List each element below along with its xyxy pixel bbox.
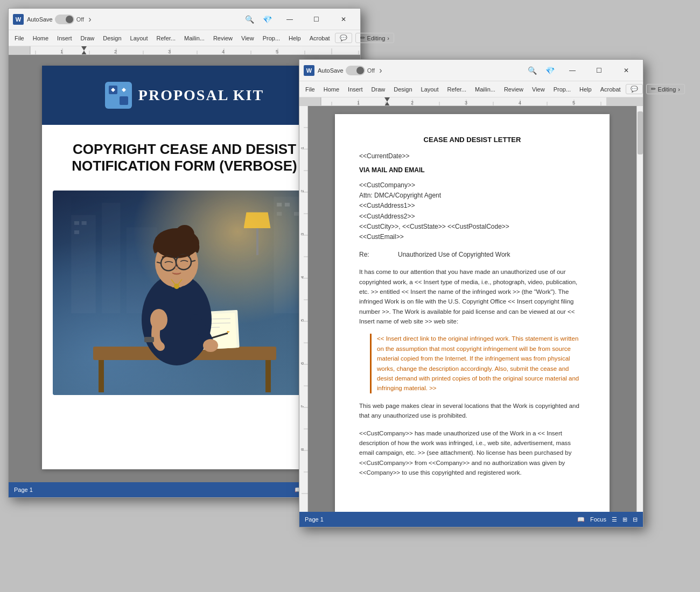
menu-home-1[interactable]: Home <box>29 33 52 43</box>
menu-insert-1[interactable]: Insert <box>53 33 76 43</box>
menu-references-1[interactable]: Refer... <box>153 33 179 43</box>
read-icon-2[interactable]: 📖 <box>577 516 585 523</box>
menu-draw-2[interactable]: Draw <box>368 84 389 94</box>
svg-text:4: 4 <box>222 49 225 54</box>
designer-button-2[interactable]: 💎 <box>542 65 558 76</box>
editing-button-1[interactable]: ✏ Editing › <box>355 33 394 43</box>
close-button-2[interactable]: ✕ <box>614 62 639 79</box>
cover-image <box>53 191 317 395</box>
layout-icon-2[interactable]: ☰ <box>612 516 617 523</box>
cover-title: COPYRIGHT CEASE AND DESIST NOTIFICATION … <box>42 125 327 185</box>
menu-mailings-2[interactable]: Mailin... <box>471 84 499 94</box>
page-scroll-area-2: CEASE AND DESIST LETTER <<CurrentDate>> … <box>308 106 636 512</box>
doc-note1: << Insert direct link to the original in… <box>370 334 585 393</box>
svg-rect-40 <box>99 360 104 392</box>
menu-view-1[interactable]: View <box>237 33 258 43</box>
svg-text:3: 3 <box>300 232 305 235</box>
autosave-label-1: AutoSave <box>27 16 53 23</box>
doc-re: Re: Unauthorized Use of Copyrighted Work <box>359 251 585 258</box>
minimize-button-2[interactable]: — <box>560 62 585 79</box>
cover-header-inner: PROPOSAL KIT <box>53 82 317 109</box>
minimize-button-1[interactable]: — <box>277 11 302 28</box>
svg-text:3: 3 <box>168 49 171 54</box>
addr-line3: <<CustAddress1>> <box>359 201 585 211</box>
close-button-1[interactable]: ✕ <box>331 11 356 28</box>
doc-para3: <<CustCompany>> has made unauthorized us… <box>359 428 585 478</box>
addr-line5: <<CustCity>>, <<CustState>> <<CustPostal… <box>359 222 585 232</box>
zoom-icon-2[interactable]: ⊟ <box>633 516 638 523</box>
menu-properties-1[interactable]: Prop... <box>259 33 284 43</box>
menu-review-1[interactable]: Review <box>209 33 236 43</box>
editing-button-2[interactable]: ✏ Editing › <box>646 84 685 94</box>
svg-point-53 <box>175 225 194 244</box>
expand-icon-1[interactable]: › <box>88 15 91 24</box>
woman-illustration <box>77 196 292 395</box>
menu-help-1[interactable]: Help <box>285 33 305 43</box>
toggle-off-1: Off <box>76 16 84 23</box>
focus-label-2[interactable]: Focus <box>590 516 606 523</box>
menu-design-1[interactable]: Design <box>99 33 125 43</box>
re-text: Unauthorized Use of Copyrighted Work <box>398 251 510 258</box>
svg-text:3: 3 <box>465 100 467 105</box>
re-label: Re: <box>359 251 369 258</box>
addr-line1: <<CustCompany>> <box>359 180 585 191</box>
svg-text:7: 7 <box>300 405 305 407</box>
page-icon-2[interactable]: ⊞ <box>622 516 627 523</box>
menu-insert-2[interactable]: Insert <box>344 84 367 94</box>
menu-design-2[interactable]: Design <box>390 84 416 94</box>
svg-text:2: 2 <box>114 49 117 54</box>
menu-review-2[interactable]: Review <box>500 84 527 94</box>
designer-button-1[interactable]: 💎 <box>260 14 275 25</box>
expand-icon-2[interactable]: › <box>379 66 382 75</box>
menu-file-1[interactable]: File <box>11 33 28 43</box>
scroll-thumb-2[interactable] <box>638 111 643 154</box>
doc-via: VIA MAIL AND EMAIL <box>359 166 585 174</box>
editing-label-1: Editing <box>367 35 386 41</box>
menu-draw-1[interactable]: Draw <box>77 33 99 43</box>
doc-address: <<CustCompany>> Attn: DMCA/Copyright Age… <box>359 180 585 242</box>
pencil-icon-1: ✏ <box>360 34 365 41</box>
svg-text:5: 5 <box>572 100 575 105</box>
svg-text:8: 8 <box>300 448 305 450</box>
menu-file-2[interactable]: File <box>302 84 319 94</box>
menu-acrobat-1[interactable]: Acrobat <box>306 33 334 43</box>
titlebar-2: W AutoSave Off › 🔍 💎 — ☐ ✕ <box>299 60 643 81</box>
menu-layout-1[interactable]: Layout <box>127 33 152 43</box>
maximize-button-2[interactable]: ☐ <box>587 62 612 79</box>
comment-button-2[interactable]: 💬 <box>626 84 643 94</box>
comment-button-1[interactable]: 💬 <box>335 33 352 43</box>
page-num-2: Page 1 <box>305 516 324 523</box>
maximize-button-1[interactable]: ☐ <box>304 11 329 28</box>
menu-home-2[interactable]: Home <box>320 84 343 94</box>
pk-logo-text: PROPOSAL KIT <box>138 87 264 104</box>
menu-view-2[interactable]: View <box>528 84 549 94</box>
ruler-svg-2: 1 2 3 4 5 <box>299 97 643 106</box>
toggle-knob-1 <box>66 16 73 23</box>
autosave-toggle-2[interactable] <box>346 66 365 75</box>
menu-help-2[interactable]: Help <box>576 84 596 94</box>
menu-acrobat-2[interactable]: Acrobat <box>597 84 625 94</box>
menu-properties-2[interactable]: Prop... <box>550 84 575 94</box>
cover-header: PROPOSAL KIT <box>42 66 327 125</box>
menu-bar-right-2: 💬 ✏ Editing › <box>626 84 685 94</box>
menu-layout-2[interactable]: Layout <box>417 84 443 94</box>
left-ruler-svg: 1 2 3 4 5 6 7 8 <box>299 106 308 512</box>
autosave-toggle-1[interactable] <box>55 15 74 24</box>
addr-line2: Attn: DMCA/Copyright Agent <box>359 191 585 201</box>
search-button-2[interactable]: 🔍 <box>524 65 540 76</box>
scrollbar-v-2[interactable] <box>636 106 643 512</box>
doc-para2: This web page makes clear in several loc… <box>359 401 585 421</box>
menu-bar-2: File Home Insert Draw Design Layout Refe… <box>299 81 643 97</box>
word-logo-2: W <box>304 65 314 76</box>
search-button-1[interactable]: 🔍 <box>242 14 257 25</box>
menu-mailings-1[interactable]: Mailin... <box>180 33 208 43</box>
editing-chevron-1: › <box>387 35 389 41</box>
menu-references-2[interactable]: Refer... <box>444 84 470 94</box>
svg-point-62 <box>150 309 167 330</box>
pencil-icon-2: ✏ <box>651 86 656 93</box>
ruler-svg-1: 1 2 3 4 5 <box>9 46 360 55</box>
toggle-off-2: Off <box>367 67 375 74</box>
pk-logo-icon <box>105 82 132 109</box>
svg-marker-85 <box>384 102 390 106</box>
addr-line4: <<CustAddress2>> <box>359 212 585 222</box>
